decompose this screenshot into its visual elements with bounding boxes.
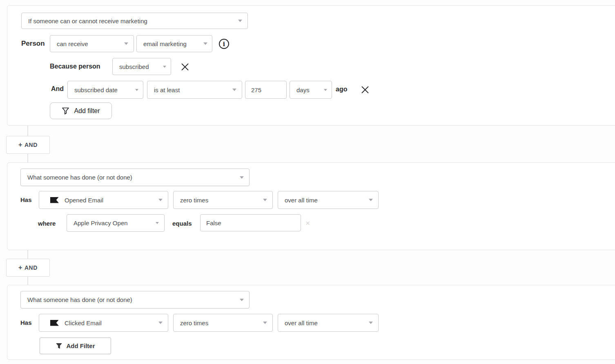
channel-dropdown[interactable]: email marketing xyxy=(136,35,212,52)
channel-value: email marketing xyxy=(143,40,187,47)
reason-value: subscribed xyxy=(119,63,149,70)
operator-value: is at least xyxy=(154,87,180,93)
chevron-down-icon xyxy=(232,89,236,91)
frequency-dropdown[interactable]: zero times xyxy=(173,191,273,209)
event-attribute-value: Apple Privacy Open xyxy=(74,220,128,226)
add-filter-button[interactable]: Add Filter xyxy=(40,337,111,354)
close-icon xyxy=(360,85,370,95)
equals-label: equals xyxy=(172,220,192,227)
event-value: Clicked Email xyxy=(65,320,102,326)
chevron-down-icon xyxy=(263,199,267,201)
ago-label: ago xyxy=(336,86,347,93)
event-flag-icon xyxy=(50,320,59,326)
person-label: Person xyxy=(21,40,45,48)
condition-type-value: What someone has done (or not done) xyxy=(27,174,132,181)
unit-value: days xyxy=(296,87,310,93)
timeframe-dropdown[interactable]: over all time xyxy=(278,191,379,209)
chevron-down-icon xyxy=(163,66,166,68)
close-icon: × xyxy=(305,219,310,227)
reason-dropdown[interactable]: subscribed xyxy=(112,58,171,75)
and-connector-button[interactable]: + AND xyxy=(6,259,50,277)
and-label: And xyxy=(51,85,64,93)
remove-condition-row-button[interactable] xyxy=(180,62,190,72)
frequency-dropdown[interactable]: zero times xyxy=(173,314,273,332)
chevron-down-icon xyxy=(324,89,327,91)
chevron-down-icon xyxy=(158,199,163,201)
and-label: AND xyxy=(25,142,38,148)
attribute-value: subscribed date xyxy=(74,87,118,93)
frequency-value: zero times xyxy=(180,197,208,204)
event-value: Opened Email xyxy=(65,197,103,204)
add-filter-button[interactable]: Add filter xyxy=(50,102,112,119)
plus-icon: + xyxy=(18,264,22,271)
chevron-down-icon xyxy=(369,199,373,201)
condition-type-dropdown-3[interactable]: What someone has done (or not done) xyxy=(20,291,250,309)
remove-condition-row-button[interactable] xyxy=(360,85,370,95)
condition-type-dropdown-1[interactable]: If someone can or cannot receive marketi… xyxy=(21,13,248,29)
funnel-icon xyxy=(56,343,62,349)
preference-value: can receive xyxy=(57,40,88,47)
operator-dropdown[interactable]: is at least xyxy=(147,81,242,99)
preference-dropdown[interactable]: can receive xyxy=(50,35,134,52)
chevron-down-icon xyxy=(238,20,242,22)
and-connector-button[interactable]: + AND xyxy=(6,136,50,154)
chevron-down-icon xyxy=(369,322,373,324)
chevron-down-icon xyxy=(135,89,138,91)
timeframe-value: over all time xyxy=(285,197,318,204)
plus-icon: + xyxy=(18,141,22,149)
remove-event-filter-icon[interactable]: × xyxy=(305,219,310,227)
condition-type-value: If someone can or cannot receive marketi… xyxy=(28,18,147,24)
close-icon xyxy=(180,62,190,72)
chevron-down-icon xyxy=(156,222,159,224)
condition-type-value: What someone has done (or not done) xyxy=(27,296,132,303)
timeframe-value: over all time xyxy=(285,320,318,326)
add-filter-label: Add filter xyxy=(74,107,100,115)
where-label: where xyxy=(38,220,56,227)
has-label: Has xyxy=(20,319,32,326)
because-person-label: Because person xyxy=(50,63,100,70)
info-icon[interactable]: i xyxy=(219,39,229,49)
has-label: Has xyxy=(20,196,32,203)
chevron-down-icon xyxy=(124,42,128,45)
frequency-value: zero times xyxy=(180,320,208,326)
event-flag-icon xyxy=(50,197,59,203)
event-attribute-dropdown[interactable]: Apple Privacy Open xyxy=(67,214,165,232)
chevron-down-icon xyxy=(240,176,244,179)
condition-type-dropdown-2[interactable]: What someone has done (or not done) xyxy=(20,169,250,186)
event-dropdown[interactable]: Opened Email xyxy=(39,191,168,209)
event-dropdown[interactable]: Clicked Email xyxy=(39,314,168,332)
event-attribute-value-input[interactable] xyxy=(200,214,301,231)
info-icon-glyph: i xyxy=(223,41,225,47)
chevron-down-icon xyxy=(240,299,244,301)
attribute-dropdown[interactable]: subscribed date xyxy=(67,81,143,99)
chevron-down-icon xyxy=(158,322,163,324)
add-filter-label: Add Filter xyxy=(67,342,95,349)
value-input[interactable] xyxy=(245,81,287,99)
unit-dropdown[interactable]: days xyxy=(290,81,332,99)
and-label: AND xyxy=(25,264,38,271)
timeframe-dropdown[interactable]: over all time xyxy=(278,314,379,332)
chevron-down-icon xyxy=(263,322,267,324)
funnel-icon xyxy=(62,107,69,115)
chevron-down-icon xyxy=(203,42,207,45)
